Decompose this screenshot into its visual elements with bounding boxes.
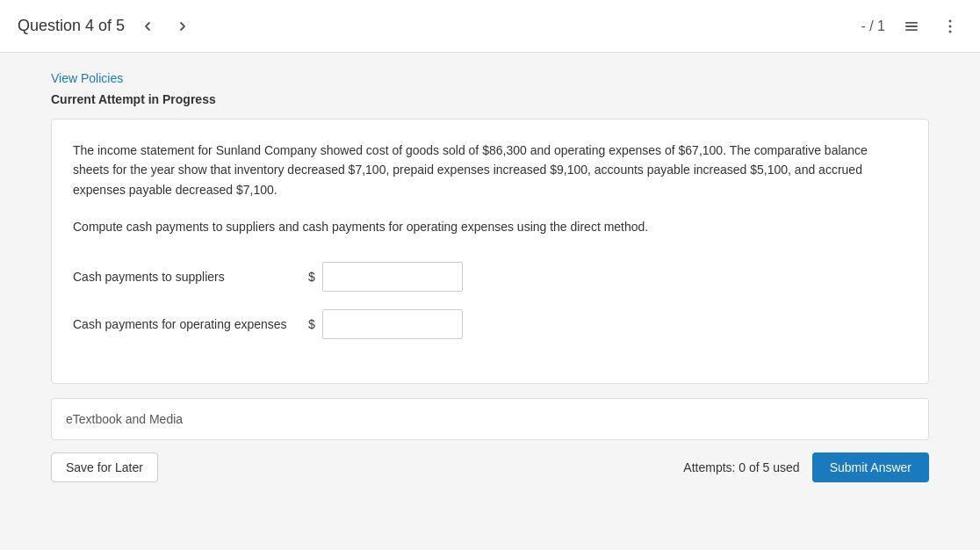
svg-point-5 [949, 30, 952, 33]
svg-rect-0 [905, 22, 918, 24]
next-question-button[interactable] [170, 16, 195, 37]
svg-rect-1 [905, 25, 918, 27]
operating-expenses-label: Cash payments for operating expenses [73, 317, 301, 331]
svg-rect-2 [905, 29, 918, 31]
suppliers-label: Cash payments to suppliers [73, 270, 301, 284]
view-policies-link[interactable]: View Policies [51, 71, 123, 85]
list-view-button[interactable] [899, 14, 924, 39]
more-icon [941, 18, 959, 35]
chevron-right-icon [176, 19, 190, 33]
suppliers-dollar-sign: $ [308, 270, 315, 284]
svg-point-3 [949, 19, 952, 22]
chevron-left-icon [141, 19, 155, 33]
header-left: Question 4 of 5 [18, 16, 195, 37]
submit-answer-button[interactable]: Submit Answer [812, 452, 929, 482]
footer-bar: Save for Later Attempts: 0 of 5 used Sub… [51, 440, 929, 482]
current-attempt-label: Current Attempt in Progress [51, 92, 929, 106]
score-indicator: - / 1 [861, 18, 885, 34]
footer-right: Attempts: 0 of 5 used Submit Answer [683, 452, 929, 482]
main-content: View Policies Current Attempt in Progres… [33, 53, 947, 500]
header-bar: Question 4 of 5 - / 1 [0, 0, 980, 53]
page-container: Question 4 of 5 - / 1 [0, 0, 980, 550]
list-icon [903, 18, 920, 35]
operating-expenses-input-row: Cash payments for operating expenses $ [73, 309, 907, 339]
suppliers-input[interactable] [322, 262, 463, 292]
svg-point-4 [949, 25, 952, 27]
prev-question-button[interactable] [135, 16, 160, 37]
save-later-button[interactable]: Save for Later [51, 452, 158, 482]
operating-expenses-dollar-sign: $ [308, 317, 315, 331]
suppliers-input-row: Cash payments to suppliers $ [73, 262, 907, 292]
operating-expenses-input[interactable] [322, 309, 463, 339]
more-options-button[interactable] [938, 14, 962, 39]
question-box: The income statement for Sunland Company… [51, 119, 929, 384]
etextbook-section: eTextbook and Media [51, 398, 929, 440]
compute-text: Compute cash payments to suppliers and c… [73, 217, 907, 236]
question-body-text: The income statement for Sunland Company… [73, 141, 907, 199]
etextbook-label: eTextbook and Media [66, 412, 183, 426]
attempts-text: Attempts: 0 of 5 used [683, 460, 799, 474]
header-right: - / 1 [861, 14, 962, 39]
question-title: Question 4 of 5 [18, 17, 125, 35]
